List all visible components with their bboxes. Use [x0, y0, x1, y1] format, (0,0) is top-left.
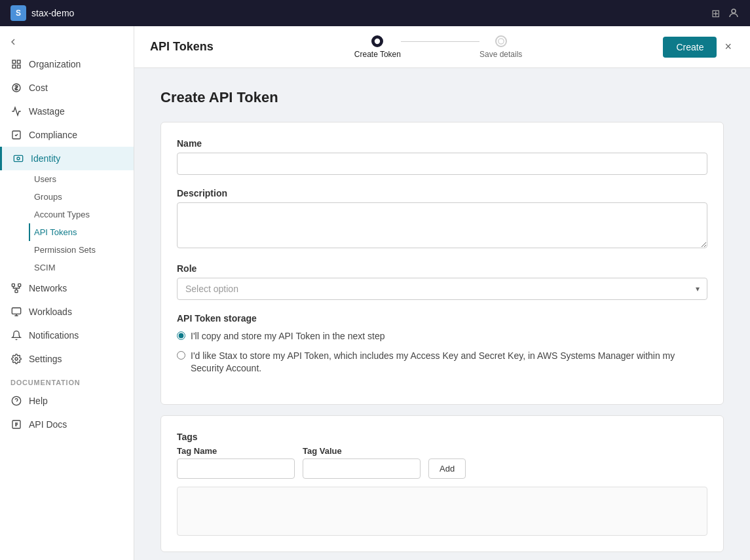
page-content: Create API Token Name Description Role [134, 68, 750, 560]
tag-value-input[interactable] [303, 458, 421, 479]
identity-icon [12, 153, 24, 164]
svg-rect-10 [18, 284, 21, 286]
main-form-card: Name Description Role Select option ▾ [160, 122, 724, 405]
name-group: Name [177, 138, 707, 175]
add-tag-button[interactable]: Add [428, 458, 466, 479]
topbar-left: S stax-demo [10, 5, 74, 21]
svg-rect-2 [17, 60, 20, 64]
sidebar-item-label-networks: Networks [29, 283, 67, 293]
main-layout: Organization Cost Wastage Compliance [0, 26, 750, 560]
sidebar-subitem-account-types[interactable]: Account Types [29, 206, 134, 223]
sidebar-item-wastage[interactable]: Wastage [0, 100, 134, 123]
user-icon[interactable] [728, 7, 740, 19]
compliance-icon [10, 129, 22, 141]
sidebar-subitem-api-tokens[interactable]: API Tokens [29, 223, 134, 241]
step-2-circle [495, 35, 507, 47]
topbar-right: ⊞ [711, 7, 740, 20]
tag-name-label: Tag Name [177, 446, 295, 456]
step-save-details: Save details [479, 35, 522, 59]
storage-option-1[interactable]: I'll copy and store my API Token in the … [177, 330, 707, 343]
sidebar-item-api-docs[interactable]: API Docs [0, 413, 134, 436]
storage-radio-1[interactable] [177, 331, 185, 340]
page-title: API Tokens [150, 40, 214, 54]
svg-rect-1 [12, 60, 16, 64]
role-label: Role [177, 263, 707, 274]
create-button[interactable]: Create [663, 37, 717, 58]
tags-card: Tags Tag Name Tag Value Add [160, 415, 724, 552]
step-1-label: Create Token [354, 50, 401, 59]
notifications-icon [10, 329, 22, 341]
sidebar-item-label-compliance: Compliance [29, 130, 77, 140]
workloads-icon [10, 306, 22, 318]
sidebar-item-networks[interactable]: Networks [0, 276, 134, 300]
organization-icon [10, 58, 22, 70]
networks-icon [10, 282, 22, 294]
sidebar-item-identity[interactable]: Identity [0, 147, 134, 170]
close-button[interactable]: × [722, 37, 734, 56]
sidebar-collapse-button[interactable] [0, 31, 134, 52]
sidebar-item-label-identity: Identity [31, 153, 60, 164]
name-label: Name [177, 138, 707, 149]
tag-name-col: Tag Name [177, 446, 295, 479]
wastage-icon [10, 105, 22, 117]
tag-value-col: Tag Value [303, 446, 421, 479]
step-connector [401, 41, 479, 42]
tag-name-input[interactable] [177, 458, 295, 479]
app-logo: S [10, 5, 26, 21]
content-area: API Tokens Create Token Save details [134, 26, 750, 560]
step-2-label: Save details [479, 50, 522, 59]
sidebar-item-label-help: Help [29, 396, 48, 406]
sidebar-item-settings[interactable]: Settings [0, 347, 134, 371]
storage-group: API Token storage I'll copy and store my… [177, 313, 707, 375]
sidebar-item-compliance[interactable]: Compliance [0, 123, 134, 147]
svg-rect-4 [12, 65, 16, 68]
cost-icon [10, 82, 22, 94]
storage-option-2[interactable]: I'd like Stax to store my API Token, whi… [177, 350, 707, 375]
step-1-circle [371, 35, 383, 47]
role-select[interactable]: Select option [177, 278, 707, 300]
header-actions: Create × [663, 37, 734, 58]
sidebar-item-notifications[interactable]: Notifications [0, 324, 134, 347]
description-group: Description [177, 188, 707, 250]
tags-table-area [177, 487, 707, 536]
role-group: Role Select option ▾ [177, 263, 707, 300]
svg-point-13 [15, 358, 18, 360]
app-name: stax-demo [31, 8, 74, 18]
description-input[interactable] [177, 202, 707, 248]
storage-radio-2[interactable] [177, 351, 185, 360]
svg-rect-9 [12, 284, 14, 286]
sidebar-subitem-groups[interactable]: Groups [29, 188, 134, 206]
storage-option-1-text: I'll copy and store my API Token in the … [191, 330, 385, 343]
name-input[interactable] [177, 153, 707, 175]
sidebar-subitem-users[interactable]: Users [29, 170, 134, 188]
sidebar-item-label-api-docs: API Docs [29, 419, 67, 430]
tag-value-label: Tag Value [303, 446, 421, 456]
sidebar-item-label-wastage: Wastage [29, 106, 65, 117]
sidebar-item-organization[interactable]: Organization [0, 52, 134, 76]
sidebar-subitem-scim[interactable]: SCIM [29, 259, 134, 276]
sidebar-item-cost[interactable]: Cost [0, 76, 134, 100]
storage-option-2-text: I'd like Stax to store my API Token, whi… [191, 350, 707, 375]
svg-rect-12 [12, 308, 20, 314]
tags-label: Tags [177, 432, 707, 442]
svg-point-8 [17, 157, 20, 160]
sidebar-item-help[interactable]: Help [0, 389, 134, 413]
sidebar: Organization Cost Wastage Compliance [0, 26, 134, 560]
storage-label: API Token storage [177, 313, 707, 324]
sidebar-item-label-cost: Cost [29, 83, 48, 93]
sidebar-item-label-settings: Settings [29, 354, 62, 364]
sidebar-subitem-permission-sets[interactable]: Permission Sets [29, 241, 134, 259]
svg-point-18 [498, 38, 503, 43]
header-bar: API Tokens Create Token Save details [134, 26, 750, 68]
sidebar-item-label-workloads: Workloads [29, 307, 72, 317]
sidebar-section-documentation: DOCUMENTATION [0, 371, 134, 389]
settings-icon [10, 353, 22, 365]
description-label: Description [177, 188, 707, 198]
sidebar-item-label-organization: Organization [29, 59, 81, 69]
svg-rect-7 [14, 155, 22, 161]
sidebar-item-workloads[interactable]: Workloads [0, 300, 134, 324]
sidebar-item-label-notifications: Notifications [29, 330, 79, 341]
api-docs-icon [10, 419, 22, 430]
grid-icon[interactable]: ⊞ [711, 7, 720, 20]
svg-point-0 [732, 9, 736, 13]
